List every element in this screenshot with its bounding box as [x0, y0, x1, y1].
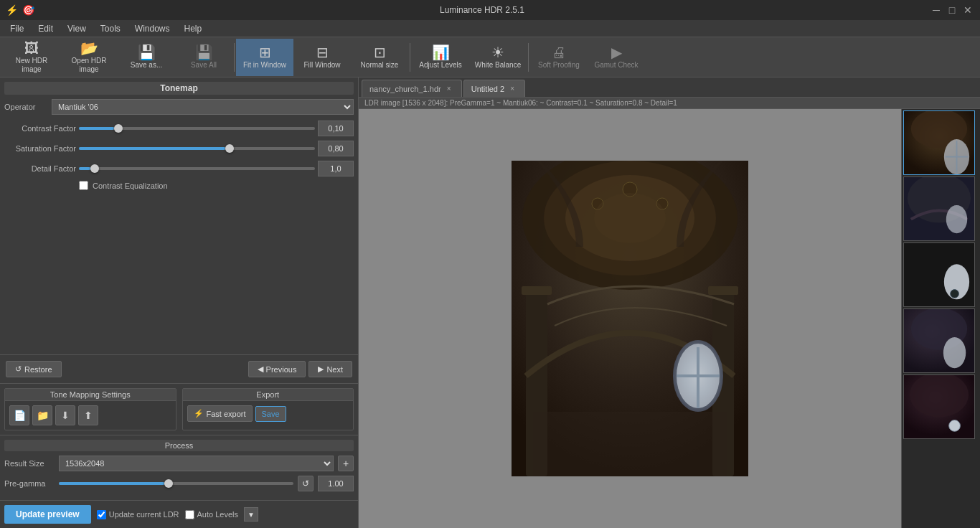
- save-button[interactable]: Save: [255, 406, 286, 422]
- detail-factor-thumb[interactable]: [90, 164, 99, 173]
- normal-size-button[interactable]: ⊡ Normal size: [351, 39, 408, 76]
- tms-download-icon[interactable]: ⬇: [55, 405, 75, 425]
- save-as-label: Save as...: [131, 61, 162, 70]
- saturation-factor-bg: [79, 147, 315, 150]
- next-button[interactable]: ▶ Next: [308, 361, 352, 377]
- save-as-button[interactable]: 💾 Save as...: [118, 39, 175, 76]
- fill-window-icon: ⊟: [316, 45, 329, 60]
- menu-tools[interactable]: Tools: [93, 22, 128, 35]
- tms-upload-icon[interactable]: ⬆: [78, 405, 98, 425]
- saturation-factor-fill: [79, 147, 225, 150]
- image-area[interactable]: [359, 109, 901, 528]
- thumbnail-3[interactable]: [903, 242, 975, 307]
- toolbar-separator-1: [234, 43, 235, 72]
- contrast-eq-checkbox[interactable]: [79, 181, 88, 190]
- open-hdr-button[interactable]: 📂 Open HDR image: [60, 39, 118, 76]
- svg-rect-10: [533, 412, 727, 476]
- white-balance-button[interactable]: ☀ White Balance: [469, 39, 527, 76]
- menu-help[interactable]: Help: [177, 22, 209, 35]
- tab-nancy-church-close[interactable]: ×: [444, 84, 454, 94]
- tms-icons: 📄 📁 ⬇ ⬆: [5, 401, 176, 430]
- tms-new-icon[interactable]: 📄: [9, 405, 29, 425]
- normal-size-icon: ⊡: [374, 45, 386, 60]
- pregamma-track[interactable]: [59, 478, 293, 489]
- tab-nancy-church[interactable]: nancy_church_1.hdr ×: [362, 80, 462, 97]
- menu-edit[interactable]: Edit: [31, 22, 60, 35]
- auto-levels-checkbox[interactable]: [185, 510, 194, 519]
- soft-proofing-label: Soft Proofing: [538, 61, 580, 70]
- contrast-factor-track[interactable]: [79, 123, 315, 134]
- update-preview-button[interactable]: Update preview: [4, 505, 91, 524]
- tms-panel: Tone Mapping Settings 📄 📁 ⬇ ⬆: [4, 388, 176, 430]
- auto-levels-label[interactable]: Auto Levels: [197, 510, 238, 519]
- contrast-eq-label[interactable]: Contrast Equalization: [93, 182, 168, 190]
- result-size-add-button[interactable]: +: [338, 456, 354, 471]
- update-current-ldr-label[interactable]: Update current LDR: [109, 510, 179, 519]
- pregamma-reset-button[interactable]: ↺: [298, 476, 314, 491]
- maximize-button[interactable]: □: [946, 4, 958, 16]
- pregamma-value[interactable]: 1.00: [318, 476, 354, 491]
- pregamma-thumb[interactable]: [164, 479, 173, 488]
- tonemap-spacer: [0, 199, 358, 354]
- thumbnails-panel: [901, 109, 980, 528]
- thumbnail-5[interactable]: [903, 374, 975, 439]
- detail-factor-value[interactable]: 1,0: [318, 161, 354, 176]
- previous-label: Previous: [266, 365, 297, 374]
- tab-untitled-2-close[interactable]: ×: [507, 84, 517, 94]
- gamut-check-button[interactable]: ▶ Gamut Check: [588, 39, 645, 76]
- fast-export-button[interactable]: ⚡ Fast export: [187, 405, 253, 422]
- saturation-factor-value[interactable]: 0,80: [318, 141, 354, 156]
- contrast-eq-row: Contrast Equalization: [79, 181, 354, 190]
- process-section: Process Result Size 1536x2048 768x1024 3…: [0, 435, 358, 500]
- fill-window-button[interactable]: ⊟ Fill Window: [293, 39, 351, 76]
- contrast-factor-value[interactable]: 0,10: [318, 121, 354, 136]
- saturation-factor-thumb[interactable]: [225, 144, 234, 153]
- app-secondary-icon: 🎯: [22, 4, 34, 16]
- fit-window-button[interactable]: ⊞ Fit in Window: [236, 39, 293, 76]
- menu-file[interactable]: File: [3, 22, 31, 35]
- fast-export-label: Fast export: [207, 410, 246, 418]
- saturation-factor-track[interactable]: [79, 143, 315, 154]
- expand-button[interactable]: ▼: [244, 507, 258, 522]
- saturation-factor-label: Saturation Factor: [4, 144, 76, 153]
- pregamma-bg: [59, 482, 293, 485]
- thumbnail-1[interactable]: [903, 110, 975, 175]
- tms-open-icon[interactable]: 📁: [32, 405, 52, 425]
- svg-point-24: [946, 205, 967, 233]
- operator-select[interactable]: Mantiuk '06 Mantiuk '08 Fattal Drago Rei…: [52, 99, 354, 115]
- previous-button[interactable]: ◀ Previous: [248, 361, 306, 377]
- result-size-row: Result Size 1536x2048 768x1024 384x512 +: [4, 456, 354, 471]
- church-svg: [512, 161, 748, 476]
- svg-point-31: [943, 337, 966, 368]
- result-size-select[interactable]: 1536x2048 768x1024 384x512: [59, 456, 334, 471]
- next-icon: ▶: [318, 364, 324, 374]
- menu-windows[interactable]: Windows: [128, 22, 177, 35]
- tms-header: Tone Mapping Settings: [5, 389, 176, 401]
- minimize-button[interactable]: ─: [930, 4, 943, 16]
- update-current-ldr-row: Update current LDR: [97, 510, 179, 519]
- save-all-button[interactable]: 💾 Save All: [175, 39, 232, 76]
- restore-button[interactable]: ↺ Restore: [6, 361, 62, 377]
- new-hdr-button[interactable]: 🖼 New HDR image: [3, 39, 60, 76]
- titlebar-left: ⚡ 🎯: [6, 4, 34, 16]
- adjust-levels-button[interactable]: 📊 Adjust Levels: [412, 39, 469, 76]
- svg-rect-16: [708, 286, 738, 295]
- svg-rect-15: [522, 286, 552, 295]
- detail-factor-track[interactable]: [79, 163, 315, 174]
- menu-view[interactable]: View: [60, 22, 93, 35]
- gamut-check-label: Gamut Check: [594, 61, 638, 70]
- open-hdr-label: Open HDR image: [63, 57, 115, 74]
- tonemap-nav: ↺ Restore ◀ Previous ▶ Next: [0, 354, 358, 383]
- export-header: Export: [183, 389, 354, 401]
- update-current-ldr-checkbox[interactable]: [97, 510, 106, 519]
- soft-proofing-button[interactable]: 🖨 Soft Proofing: [530, 39, 588, 76]
- thumbnail-4[interactable]: [903, 308, 975, 373]
- image-and-thumbs: [359, 109, 980, 528]
- result-size-label: Result Size: [4, 459, 55, 468]
- contrast-factor-thumb[interactable]: [114, 124, 123, 133]
- tab-untitled-2[interactable]: Untitled 2 ×: [463, 80, 525, 97]
- white-balance-icon: ☀: [491, 45, 504, 60]
- close-button[interactable]: ✕: [961, 4, 974, 16]
- thumbnail-2[interactable]: [903, 176, 975, 241]
- svg-point-28: [951, 290, 959, 298]
